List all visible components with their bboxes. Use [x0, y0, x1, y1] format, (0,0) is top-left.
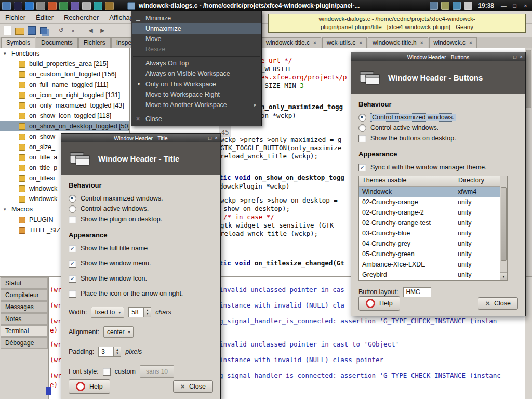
- tab-fichiers[interactable]: Fichiers: [78, 37, 111, 48]
- image-viewer-icon[interactable]: [82, 2, 91, 10]
- volume-tray-icon[interactable]: [464, 2, 472, 10]
- column-themes-usable[interactable]: Themes usable: [359, 176, 455, 186]
- checkbox-icon[interactable]: [69, 290, 76, 298]
- tab-statut[interactable]: Statut: [1, 277, 48, 289]
- help-button[interactable]: Help: [69, 379, 110, 394]
- spin-up-icon[interactable]: ▲: [114, 348, 121, 352]
- themes-table[interactable]: Themes usable Directory Windowckxfwm4 02…: [358, 176, 508, 281]
- editor-scrollbar[interactable]: [525, 48, 532, 276]
- radio-icon[interactable]: [358, 114, 366, 122]
- close-tab-icon[interactable]: ×: [313, 40, 316, 46]
- tab-terminal[interactable]: Terminal: [1, 325, 48, 337]
- checkbox-icon[interactable]: ✓: [69, 275, 76, 283]
- menu-item-unmaximize[interactable]: Unmaximize: [132, 23, 261, 34]
- nav-back-button[interactable]: ◀: [86, 25, 96, 35]
- radio-icon[interactable]: [358, 124, 366, 132]
- close-tab-icon[interactable]: ×: [359, 40, 362, 46]
- new-file-button[interactable]: [3, 25, 12, 35]
- mail-icon[interactable]: [48, 2, 57, 10]
- padding-spinner[interactable]: 3▲▼: [98, 347, 121, 357]
- symbol-item[interactable]: build_properties_area [215]: [0, 59, 129, 69]
- table-row[interactable]: Greybirdunity: [359, 270, 500, 280]
- column-directory[interactable]: Directory: [455, 176, 500, 186]
- tab-debogage[interactable]: Débogage: [1, 337, 48, 349]
- radio-control-maximized[interactable]: Control maximized windows.: [358, 112, 518, 123]
- scrollbar-thumb[interactable]: [501, 187, 507, 261]
- close-tab-icon[interactable]: ×: [469, 40, 472, 46]
- checkbox-icon[interactable]: ✓: [358, 164, 366, 171]
- applications-menu-icon[interactable]: [2, 2, 11, 10]
- open-file-button[interactable]: [15, 25, 24, 35]
- menu-item-move-another-workspace[interactable]: Move to Another Workspace▸: [132, 100, 261, 110]
- menu-item-move-workspace-right[interactable]: Move to Workspace Right: [132, 89, 261, 100]
- checkbox-icon[interactable]: [358, 135, 366, 142]
- tab-messages[interactable]: Messages: [1, 301, 48, 313]
- radio-icon[interactable]: [69, 205, 76, 213]
- menu-rechercher[interactable]: Rechercher: [59, 12, 104, 22]
- radio-control-active[interactable]: Control active windows.: [69, 204, 213, 214]
- file-tab[interactable]: wck-utils.c×: [322, 37, 367, 48]
- settings-icon[interactable]: [105, 2, 114, 10]
- dialog-titlebar[interactable]: Window Header - Buttons □×: [351, 52, 525, 61]
- menu-item-only-this-workspace[interactable]: •Only on This Workspace: [132, 79, 261, 89]
- checkbox-icon[interactable]: ✓: [69, 245, 76, 252]
- menu-item-always-visible-workspace[interactable]: Always on Visible Workspace: [132, 69, 261, 79]
- file-tab[interactable]: windowck-title.h×: [368, 37, 428, 48]
- font-chooser-button[interactable]: sans 10: [140, 365, 174, 378]
- terminal-launcher-icon[interactable]: [14, 2, 22, 10]
- menu-item-close[interactable]: ×Close: [132, 114, 261, 124]
- panel-window-title[interactable]: windowck-dialogs.c - /home/cedric/projet…: [139, 2, 360, 9]
- menu-item-move[interactable]: Move: [132, 34, 261, 44]
- checkbox-icon[interactable]: [69, 216, 76, 223]
- table-row[interactable]: 02-Crunchy-orange-2unity: [359, 207, 500, 218]
- close-document-button[interactable]: ×: [68, 25, 78, 35]
- nav-forward-button[interactable]: ▶: [98, 25, 108, 35]
- panel-hide-window-button[interactable]: —: [500, 1, 508, 11]
- custom-font-checkbox[interactable]: [103, 368, 111, 376]
- menu-item-minimize[interactable]: ▁Minimize: [132, 13, 261, 23]
- close-icon[interactable]: ×: [215, 134, 218, 142]
- spinner-arrows[interactable]: ▲▼: [143, 308, 151, 317]
- checkbox-icon[interactable]: ✓: [69, 260, 76, 268]
- tab-compilateur[interactable]: Compilateur: [1, 289, 48, 301]
- checkbox-show-buttons-desktop[interactable]: Show the buttons on desktop.: [358, 133, 518, 143]
- chat-icon[interactable]: [94, 2, 102, 10]
- table-row[interactable]: 02-Crunchy-orangeunity: [359, 197, 500, 207]
- checkbox-full-title[interactable]: ✓Show the full title name: [69, 243, 213, 254]
- expander-icon[interactable]: ▾: [4, 207, 9, 212]
- web-browser-icon[interactable]: [25, 2, 34, 10]
- close-button[interactable]: ×Close: [478, 297, 518, 310]
- table-row[interactable]: 03-Crunchy-blueunity: [359, 228, 500, 238]
- text-editor-icon[interactable]: [59, 2, 68, 10]
- table-row-selected[interactable]: Windowckxfwm4: [359, 187, 500, 197]
- dialog-titlebar[interactable]: Window Header - Title □×: [61, 134, 220, 142]
- windowck-title-plugin[interactable]: windowck-dialogs.c - /home/cedric/projet…: [127, 2, 360, 10]
- checkbox-sync-theme[interactable]: ✓Sync it with the window manager theme.: [358, 162, 518, 172]
- maximize-icon[interactable]: □: [208, 134, 211, 142]
- spin-down-icon[interactable]: ▼: [114, 352, 121, 355]
- checkbox-window-menu[interactable]: ✓Show the window menu.: [69, 258, 213, 269]
- menu-editer[interactable]: Éditer: [31, 12, 59, 22]
- alignment-combo[interactable]: center▾: [103, 326, 134, 338]
- table-row[interactable]: 05-Crunchy-greenunity: [359, 249, 500, 259]
- symbol-item-selected[interactable]: on_show_on_desktop_toggled [50]: [0, 121, 129, 131]
- maximize-icon[interactable]: □: [513, 52, 516, 61]
- symbol-item[interactable]: on_full_name_toggled [111]: [0, 79, 129, 90]
- tab-symbols[interactable]: Symbols: [1, 37, 35, 48]
- file-tab[interactable]: windowck-title.c×: [261, 37, 321, 48]
- symbol-item[interactable]: on_only_maximized_toggled [43]: [0, 100, 129, 111]
- menu-fichier[interactable]: Fichier: [0, 12, 31, 22]
- close-button[interactable]: ×Close: [173, 380, 213, 393]
- radio-control-maximized[interactable]: Control maximized windows.: [69, 193, 213, 204]
- table-row[interactable]: 04-Crunchy-greyunity: [359, 238, 500, 249]
- save-button[interactable]: [26, 25, 36, 35]
- checkbox-show-plugin-desktop[interactable]: Show the plugin on desktop.: [69, 214, 213, 224]
- terminal-scrollbar[interactable]: [525, 277, 532, 399]
- table-scrollbar[interactable]: ▼: [500, 186, 507, 280]
- help-button[interactable]: Help: [358, 296, 400, 311]
- symbol-item[interactable]: on_show_icon_toggled [118]: [0, 111, 129, 121]
- close-tab-icon[interactable]: ×: [420, 40, 423, 46]
- panel-close-window-button[interactable]: ×: [522, 1, 529, 11]
- file-tab[interactable]: windowck.c×: [429, 37, 477, 48]
- save-all-button[interactable]: [38, 25, 48, 35]
